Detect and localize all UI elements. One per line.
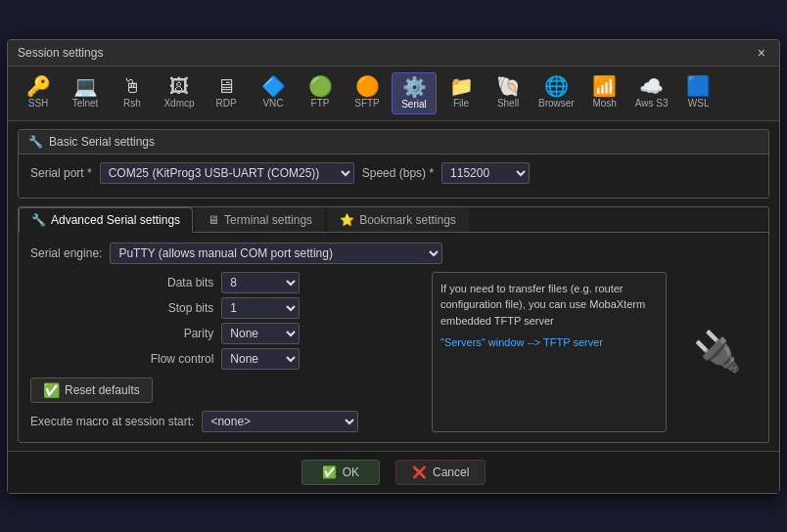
flow-control-select[interactable]: None XON/XOFF RTS/CTS <box>221 348 300 370</box>
toolbar-item-serial[interactable]: ⚙️ Serial <box>392 72 437 114</box>
advanced-tabs-container: 🔧 Advanced Serial settings 🖥 Terminal se… <box>18 206 769 443</box>
info-link[interactable]: "Servers" window --> TFTP server <box>440 334 658 351</box>
toolbar-item-ssh[interactable]: 🔑 SSH <box>16 72 61 114</box>
toolbar-item-rdp[interactable]: 🖥 RDP <box>204 72 249 114</box>
rsh-icon: 🖱 <box>122 76 142 96</box>
xdmcp-icon: 🖼 <box>169 76 189 96</box>
toolbar-item-mosh[interactable]: 📶 Mosh <box>582 72 627 114</box>
info-box: If you need to transfer files (e.g. rout… <box>432 272 667 432</box>
advanced-tab-content: Serial engine: PuTTY (allows manual COM … <box>19 233 768 442</box>
macro-row: Execute macro at session start: <none> <box>30 411 420 432</box>
toolbar-item-browser[interactable]: 🌐 Browser <box>532 72 580 114</box>
serial-plug-icon-area: 🔌 <box>678 272 757 432</box>
shell-label: Shell <box>497 98 519 109</box>
serial-port-select[interactable]: COM25 (KitProg3 USB-UART (COM25)) <box>100 162 354 184</box>
browser-icon: 🌐 <box>544 76 569 96</box>
tab-terminal[interactable]: 🖥 Terminal settings <box>195 207 325 232</box>
serial-port-row: Serial port * COM25 (KitProg3 USB-UART (… <box>30 162 757 184</box>
basic-serial-title: Basic Serial settings <box>49 135 155 149</box>
tab-advanced-serial[interactable]: 🔧 Advanced Serial settings <box>19 207 193 233</box>
cancel-label: Cancel <box>433 466 469 479</box>
dialog-title: Session settings <box>18 46 103 60</box>
tab-terminal-icon: 🖥 <box>208 213 219 227</box>
telnet-label: Telnet <box>72 98 99 109</box>
speed-select[interactable]: 115200 9600 38400 57600 <box>441 162 530 184</box>
tab-bookmark-label: Bookmark settings <box>359 213 456 227</box>
toolbar-item-sftp[interactable]: 🟠 SFTP <box>345 72 390 114</box>
rdp-icon: 🖥 <box>216 76 236 96</box>
awss3-label: Aws S3 <box>635 98 669 109</box>
file-icon: 📁 <box>449 76 474 96</box>
xdmcp-label: Xdmcp <box>163 98 194 109</box>
engine-row: Serial engine: PuTTY (allows manual COM … <box>30 243 757 264</box>
serial-label: Serial <box>401 99 427 110</box>
tab-advanced-label: Advanced Serial settings <box>51 213 180 227</box>
close-button[interactable]: × <box>754 46 769 60</box>
reset-icon: ✅ <box>43 382 60 398</box>
dialog-footer: ✅ OK ❌ Cancel <box>8 451 779 493</box>
file-label: File <box>453 98 469 109</box>
data-bits-label: Data bits <box>30 276 213 289</box>
ftp-label: FTP <box>311 98 330 109</box>
serial-port-label: Serial port * <box>30 166 92 180</box>
toolbar-item-rsh[interactable]: 🖱 Rsh <box>110 72 155 114</box>
mosh-icon: 📶 <box>592 76 617 96</box>
toolbar-item-wsl[interactable]: 🟦 WSL <box>676 72 721 114</box>
vnc-icon: 🔷 <box>261 76 286 96</box>
toolbar-item-vnc[interactable]: 🔷 VNC <box>251 72 296 114</box>
engine-select[interactable]: PuTTY (allows manual COM port setting) W… <box>110 243 442 264</box>
mosh-label: Mosh <box>592 98 616 109</box>
sftp-label: SFTP <box>354 98 380 109</box>
stop-bits-label: Stop bits <box>30 301 213 315</box>
parity-select[interactable]: None Even Odd Mark Space <box>221 323 300 344</box>
tab-bookmark-icon: ⭐ <box>340 213 354 227</box>
data-bits-select[interactable]: 8 7 6 5 <box>221 272 300 293</box>
main-content: 🔧 Basic Serial settings Serial port * CO… <box>8 121 779 451</box>
macro-label: Execute macro at session start: <box>30 415 194 428</box>
serial-icon: ⚙️ <box>402 77 427 97</box>
awss3-icon: ☁️ <box>639 76 664 96</box>
parity-label: Parity <box>30 327 213 340</box>
toolbar-item-telnet[interactable]: 💻 Telnet <box>63 72 108 114</box>
rdp-label: RDP <box>215 98 236 109</box>
engine-label: Serial engine: <box>30 246 102 260</box>
toolbar-item-awss3[interactable]: ☁️ Aws S3 <box>629 72 674 114</box>
ok-button[interactable]: ✅ OK <box>301 460 380 485</box>
advanced-left: Data bits 8 7 6 5 Stop bits 1 2 <box>30 272 420 432</box>
basic-serial-header: 🔧 Basic Serial settings <box>19 130 768 155</box>
tab-terminal-label: Terminal settings <box>224 213 312 227</box>
info-text: If you need to transfer files (e.g. rout… <box>440 281 658 330</box>
basic-serial-panel: 🔧 Basic Serial settings Serial port * CO… <box>18 129 769 199</box>
tab-bookmark[interactable]: ⭐ Bookmark settings <box>327 207 469 232</box>
ok-label: OK <box>343 466 359 479</box>
sftp-icon: 🟠 <box>355 76 380 96</box>
rsh-label: Rsh <box>123 98 141 109</box>
toolbar-item-ftp[interactable]: 🟢 FTP <box>298 72 343 114</box>
vnc-label: VNC <box>262 98 283 109</box>
ssh-label: SSH <box>28 98 49 109</box>
wsl-label: WSL <box>688 98 710 109</box>
cancel-button[interactable]: ❌ Cancel <box>395 460 486 485</box>
shell-icon: 🐚 <box>496 76 521 96</box>
tabs-row: 🔧 Advanced Serial settings 🖥 Terminal se… <box>19 207 768 233</box>
ftp-icon: 🟢 <box>308 76 333 96</box>
basic-serial-body: Serial port * COM25 (KitProg3 USB-UART (… <box>19 155 768 198</box>
basic-serial-icon: 🔧 <box>28 135 43 149</box>
reset-defaults-button[interactable]: ✅ Reset defaults <box>30 377 153 403</box>
flow-control-label: Flow control <box>30 352 213 366</box>
ok-icon: ✅ <box>322 466 337 479</box>
advanced-form: Data bits 8 7 6 5 Stop bits 1 2 <box>30 272 757 432</box>
stop-bits-select[interactable]: 1 2 <box>221 297 300 319</box>
toolbar-item-shell[interactable]: 🐚 Shell <box>486 72 531 114</box>
serial-plug-icon: 🔌 <box>693 329 742 375</box>
wsl-icon: 🟦 <box>686 76 711 96</box>
telnet-icon: 💻 <box>73 76 98 96</box>
ssh-icon: 🔑 <box>26 76 51 96</box>
reset-label: Reset defaults <box>65 383 140 397</box>
toolbar-item-xdmcp[interactable]: 🖼 Xdmcp <box>157 72 202 114</box>
icon-toolbar: 🔑 SSH 💻 Telnet 🖱 Rsh 🖼 Xdmcp 🖥 RDP 🔷 VNC… <box>8 66 779 121</box>
browser-label: Browser <box>538 98 575 109</box>
toolbar-item-file[interactable]: 📁 File <box>439 72 484 114</box>
cancel-icon: ❌ <box>412 466 427 479</box>
macro-select[interactable]: <none> <box>202 411 358 432</box>
